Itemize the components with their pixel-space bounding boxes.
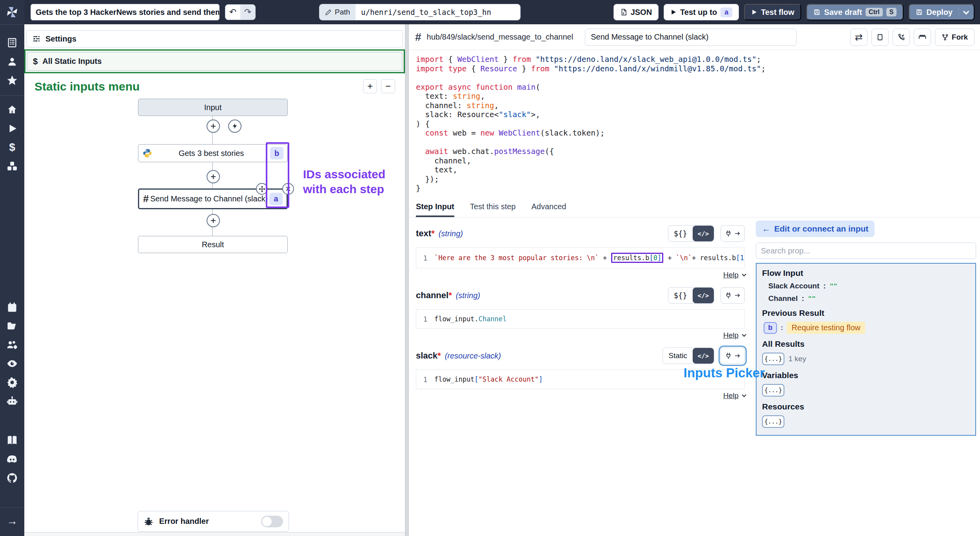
user-icon[interactable] bbox=[0, 52, 24, 71]
field-channel-mode-toggle: ${} </> bbox=[668, 287, 714, 304]
groups-icon[interactable] bbox=[0, 335, 24, 354]
step-summary-input[interactable]: Send Message to Channel (slack) bbox=[585, 29, 797, 46]
variables-dollar-icon[interactable]: $ bbox=[0, 138, 24, 157]
left-nav-rail: $ → bbox=[0, 0, 24, 536]
folders-icon[interactable] bbox=[0, 317, 24, 335]
edit-or-connect-button[interactable]: ← Edit or connect an input bbox=[756, 221, 875, 237]
windmill-logo[interactable] bbox=[0, 0, 24, 24]
static-inputs-annotation-box: $ All Static Inputs bbox=[24, 49, 405, 73]
variables-object-badge[interactable]: {...} bbox=[762, 384, 784, 397]
flow-title-input[interactable]: Gets the top 3 HackerNews stories and se… bbox=[31, 4, 220, 20]
step-editor-header: # hub/849/slack/send_message_to_channel … bbox=[409, 24, 980, 50]
save-draft-button[interactable]: Save draft Ctrl S bbox=[806, 4, 904, 20]
trigger-bolt-button[interactable] bbox=[228, 120, 241, 133]
result-node[interactable]: Result bbox=[138, 236, 288, 253]
step-id-badge-a: a bbox=[269, 193, 283, 205]
previous-result-row: b : Require testing flow bbox=[764, 322, 970, 334]
code-line: import { WebClient } from "https://deno.… bbox=[416, 55, 980, 64]
runs-play-icon[interactable] bbox=[0, 119, 24, 138]
delete-step-button[interactable] bbox=[282, 183, 294, 195]
field-text-editor[interactable]: 1 `Here are the 3 most popular stories: … bbox=[416, 247, 745, 268]
chevron-down-icon[interactable] bbox=[742, 272, 746, 276]
flow-settings-row[interactable]: Settings bbox=[26, 30, 403, 47]
reload-icon-button[interactable]: ⇄ bbox=[850, 29, 867, 46]
json-button[interactable]: JSON bbox=[613, 4, 659, 20]
undo-button[interactable]: ↶ bbox=[225, 5, 240, 20]
search-prop-input[interactable] bbox=[761, 246, 971, 255]
tab-advanced[interactable]: Advanced bbox=[531, 198, 566, 217]
plus-icon bbox=[210, 217, 216, 224]
field-channel-editor[interactable]: 1 flow_input.Channel bbox=[416, 309, 745, 329]
kbd-ctrl: Ctrl bbox=[866, 8, 883, 16]
previous-result-title: Previous Result bbox=[762, 308, 970, 318]
workspace-icon[interactable] bbox=[0, 33, 24, 52]
all-static-inputs-row[interactable]: $ All Static Inputs bbox=[27, 52, 402, 71]
code-mode-button[interactable]: </> bbox=[693, 288, 714, 303]
expand-sidebar-arrow-icon[interactable]: → bbox=[0, 512, 24, 531]
add-step-button[interactable] bbox=[207, 120, 220, 133]
code-line: const web = new WebClient(slack.token); bbox=[416, 129, 980, 138]
static-mode-button[interactable]: Static bbox=[663, 348, 693, 364]
error-handler-toggle[interactable] bbox=[261, 516, 283, 527]
chevron-down-icon[interactable] bbox=[742, 332, 746, 337]
path-input[interactable]: u/henri/send_to_slack_top3_hn bbox=[356, 4, 520, 20]
move-step-handle[interactable] bbox=[256, 183, 268, 195]
input-node[interactable]: Input bbox=[138, 99, 288, 116]
code-mode-button[interactable]: </> bbox=[693, 348, 714, 364]
resources-cubes-icon[interactable] bbox=[0, 157, 24, 176]
deploy-button[interactable]: Deploy bbox=[909, 4, 975, 20]
code-line: channel: string, bbox=[416, 101, 980, 110]
connect-input-button[interactable] bbox=[720, 287, 745, 304]
help-link[interactable]: Help bbox=[723, 331, 739, 340]
audit-eye-icon[interactable] bbox=[0, 354, 24, 373]
add-step-button[interactable] bbox=[207, 214, 220, 227]
prop-row-channel[interactable]: Channel : "" bbox=[768, 294, 970, 303]
code-mode-button[interactable]: </> bbox=[693, 226, 714, 241]
panel-resize-handle[interactable] bbox=[405, 24, 409, 536]
home-icon[interactable] bbox=[0, 100, 24, 119]
error-handler-row: Error handler bbox=[138, 511, 289, 532]
zoom-in-button[interactable]: + bbox=[363, 79, 377, 93]
zoom-out-button[interactable]: − bbox=[381, 79, 395, 93]
undo-redo-group: ↶ ↷ bbox=[225, 4, 256, 20]
robot-icon[interactable] bbox=[0, 392, 24, 411]
inputs-picker-panel: ← Edit or connect an input Flow Input Sl… bbox=[753, 217, 980, 536]
all-results-object-badge[interactable]: {...} bbox=[762, 353, 784, 365]
chevron-down-icon[interactable] bbox=[963, 8, 969, 14]
code-line: channel, bbox=[416, 156, 980, 166]
help-link[interactable]: Help bbox=[723, 391, 739, 400]
static-mode-button[interactable]: ${} bbox=[668, 226, 693, 241]
hub-script-path: hub/849/slack/send_message_to_channel bbox=[427, 33, 573, 42]
github-icon[interactable] bbox=[0, 469, 24, 487]
static-mode-button[interactable]: ${} bbox=[668, 288, 693, 303]
redo-button[interactable]: ↷ bbox=[240, 5, 255, 20]
help-link[interactable]: Help bbox=[723, 271, 739, 279]
favorites-star-icon[interactable] bbox=[0, 71, 24, 90]
chevron-down-icon[interactable] bbox=[742, 393, 746, 397]
all-results-key-count: 1 key bbox=[788, 355, 806, 363]
docs-book-icon[interactable] bbox=[0, 431, 24, 450]
tab-test-this-step[interactable]: Test this step bbox=[470, 198, 516, 217]
resources-object-badge[interactable]: {...} bbox=[762, 415, 784, 428]
step-code-editor[interactable]: import { WebClient } from "https://deno.… bbox=[409, 50, 980, 198]
topbar: Gets the top 3 HackerNews stories and se… bbox=[24, 0, 980, 24]
step-node-b[interactable]: Gets 3 best stories b bbox=[138, 144, 288, 162]
settings-gear-icon[interactable] bbox=[0, 373, 24, 392]
prev-step-id-badge[interactable]: b bbox=[764, 322, 777, 334]
tab-step-input[interactable]: Step Input bbox=[416, 198, 454, 217]
fork-button[interactable]: Fork bbox=[935, 29, 975, 46]
test-up-to-button[interactable]: Test up to a bbox=[664, 4, 739, 20]
add-step-button[interactable] bbox=[207, 170, 220, 183]
schedules-calendar-icon[interactable] bbox=[0, 298, 24, 317]
expand-editor-button[interactable] bbox=[871, 29, 889, 46]
webhook-call-button[interactable] bbox=[893, 29, 910, 46]
connect-input-button-highlighted[interactable] bbox=[720, 348, 745, 364]
field-channel-help: Help bbox=[416, 331, 745, 340]
discord-icon[interactable] bbox=[0, 450, 24, 469]
kanban-board-button[interactable] bbox=[914, 29, 931, 46]
arrow-right-icon bbox=[734, 353, 740, 359]
code-line: }); bbox=[416, 175, 980, 184]
connect-input-button[interactable] bbox=[720, 225, 745, 242]
prop-row-slack-account[interactable]: Slack Account : "" bbox=[768, 282, 970, 290]
test-flow-button[interactable]: Test flow bbox=[744, 4, 801, 20]
